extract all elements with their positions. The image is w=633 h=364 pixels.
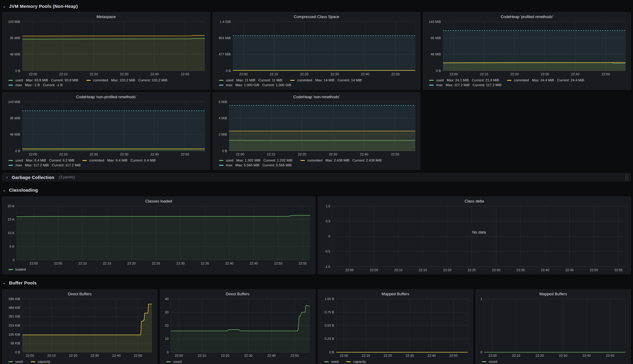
panel-codeheap-profiled-nmethods: CodeHeap 'profiled nmethods' 22:0022:102… — [423, 12, 631, 90]
legend-item-used[interactable]: usedMax: 1.302 MiBCurrent: 1.292 MiB — [219, 158, 293, 162]
legend-item-used[interactable]: used — [8, 360, 23, 363]
legend-item-max[interactable]: maxMax: 5.566 MiBCurrent: 5.566 MiB — [219, 163, 292, 167]
y-tick-label: 48 MiB — [10, 52, 20, 56]
chart-canvas[interactable]: 22:0022:1022:2022:3022:4022:500 B48 MiB9… — [5, 100, 207, 157]
panel-title[interactable]: Direct Buffers — [163, 290, 312, 297]
legend-item-used[interactable]: usedMax: 24.1 MiBCurrent: 21.9 MiB — [429, 78, 499, 82]
legend-item-used[interactable]: used — [324, 360, 339, 363]
x-tick-label: 22:00 — [340, 354, 348, 357]
codeheap-non-nmethods-plot[interactable]: 22:0022:1022:2022:3022:4022:500 B2 MiB4 … — [215, 100, 418, 157]
chart-canvas[interactable]: 22:0022:1022:2022:3022:4022:5001 — [478, 297, 628, 358]
y-tick-label: 20 K — [8, 205, 14, 208]
panel-title[interactable]: Mapped Buffers — [478, 290, 628, 297]
x-tick-label: 22:00 — [450, 72, 458, 76]
legend-max-value: Max: 24.1 MiB — [447, 78, 469, 82]
legend-series-marker — [429, 85, 434, 86]
y-tick-label: 0 — [13, 258, 14, 262]
chart-canvas[interactable]: 22:0022:1022:2022:3022:4022:500 B48 MiB9… — [426, 20, 628, 77]
legend-current-value: Current: 24.4 MiB — [557, 78, 584, 82]
legend-series-marker — [290, 80, 295, 81]
series-fill-max — [233, 36, 415, 71]
series-line-used — [22, 304, 152, 335]
section-title: Classloading — [9, 187, 38, 193]
row-drag-handle-icon[interactable] — [625, 173, 628, 181]
mapped-buffers-count-plot[interactable]: 22:0022:1022:2022:3022:4022:5001 — [478, 297, 628, 358]
legend-item-count[interactable]: count — [166, 360, 182, 363]
mapped-buffers-bytes-plot[interactable]: 22:0022:1022:2022:3022:4022:500 B0.25 B0… — [321, 297, 470, 358]
chart-canvas[interactable]: 22:0022:1022:2022:3022:4022:500 B0.25 B0… — [321, 297, 470, 358]
mapped-buffers-bytes-legend: usedcapacity — [321, 358, 470, 364]
legend-item-count[interactable]: count — [482, 360, 497, 363]
chart-canvas[interactable]: 22:0022:1022:2022:3022:4022:500 B477 MiB… — [215, 20, 418, 77]
x-tick-label: 22:00 — [236, 152, 244, 156]
legend-item-max[interactable]: maxMax: 117.2 MiBCurrent: 117.2 MiB — [429, 83, 501, 87]
direct-buffers-bytes-legend: usedcapacity — [5, 358, 155, 364]
compressed-class-space-plot[interactable]: 22:0022:1022:2022:3022:4022:500 B477 MiB… — [215, 20, 418, 77]
chart-canvas[interactable]: 22:0022:1022:2022:3022:4022:500 B2 MiB4 … — [215, 100, 418, 157]
series-fill-count — [171, 306, 310, 352]
chart-canvas[interactable]: 22:0022:1022:2022:3022:4022:500 B48 MiB9… — [5, 20, 207, 77]
legend-series-name: commited — [297, 78, 312, 82]
legend-item-commited[interactable]: commitedMax: 6.4 MiBCurrent: 6.4 MiB — [82, 158, 156, 162]
legend-item-max[interactable]: maxMax: -1 BCurrent: -1 B — [8, 83, 63, 87]
codeheap-non-profiled-plot[interactable]: 22:0022:1022:2022:3022:4022:500 B48 MiB9… — [5, 100, 207, 157]
x-tick-label: 22:40 — [571, 72, 580, 76]
legend-item-commited[interactable]: commitedMax: 14 MiBCurrent: 14 MiB — [290, 78, 362, 82]
panel-title[interactable]: Mapped Buffers — [321, 290, 470, 297]
codeheap-profiled-plot[interactable]: 22:0022:1022:2022:3022:4022:500 B48 MiB9… — [426, 20, 628, 77]
legend-item-commited[interactable]: commitedMax: 103.2 MiBCurrent: 103.2 MiB — [86, 78, 167, 82]
x-tick-label: 22:50 — [449, 354, 458, 357]
legend-current-value: Current: 117.2 MiB — [52, 163, 81, 167]
panel-row-3: Classes loaded 22:0022:0522:1022:1522:20… — [2, 196, 631, 274]
legend-series-name: capacity — [38, 360, 50, 363]
legend-series-marker — [219, 80, 223, 81]
x-tick-label: 22:10 — [47, 354, 56, 357]
x-tick-label: 22:40 — [112, 354, 121, 357]
legend-item-loaded[interactable]: loaded — [8, 268, 26, 271]
chart-canvas[interactable]: 22:0022:1022:2022:3022:4022:500 B98 KiB1… — [5, 297, 155, 358]
section-row-garbage-collection[interactable]: › Garbage Collection (3 panels) — [2, 173, 631, 181]
y-tick-label: 10 K — [8, 231, 14, 235]
chart-canvas[interactable]: 22:0022:0522:1022:1522:2022:2522:3022:35… — [321, 205, 628, 273]
panel-title[interactable]: Classes loaded — [5, 198, 313, 205]
panel-title[interactable]: Compressed Class Space — [215, 13, 418, 20]
legend-item-max[interactable]: maxMax: 1.000 GiBCurrent: 1.000 GiB — [219, 83, 291, 87]
legend-item-commited[interactable]: commitedMax: 24.4 MiBCurrent: 24.4 MiB — [507, 78, 584, 82]
x-tick-label: 22:10 — [198, 354, 206, 357]
panel-title[interactable]: CodeHeap 'non-nmethods' — [215, 93, 418, 100]
chart-canvas[interactable]: 22:0022:1022:2022:3022:4022:50010203040 — [163, 297, 312, 358]
x-tick-label: 22:50 — [291, 354, 299, 357]
legend-series-marker — [219, 165, 223, 166]
classes-loaded-plot[interactable]: 22:0022:0522:1022:1522:2022:2522:3022:35… — [5, 205, 313, 266]
section-row-jvm-memory-pools[interactable]: ⌄ JVM Memory Pools (Non-Heap) — [2, 2, 631, 10]
codeheap-non-nmethods-legend: usedMax: 1.302 MiBCurrent: 1.292 MiBcomm… — [215, 157, 418, 168]
legend-series-name: max — [15, 163, 22, 167]
panel-title[interactable]: Direct Buffers — [5, 290, 155, 297]
y-tick-label: 98 KiB — [11, 341, 20, 345]
section-row-classloading[interactable]: ⌄ Classloading — [2, 186, 631, 194]
panel-title[interactable]: Metaspace — [5, 13, 207, 20]
y-tick-label: 95 MiB — [10, 36, 20, 40]
x-tick-label: 22:30 — [329, 152, 337, 156]
legend-item-commited[interactable]: commitedMax: 2.438 MiBCurrent: 2.438 MiB — [300, 158, 381, 162]
panel-title[interactable]: CodeHeap 'non-profiled nmethods' — [5, 93, 207, 100]
chevron-down-icon: ⌄ — [2, 4, 6, 8]
legend-item-used[interactable]: usedMax: 6.4 MiBCurrent: 6.2 MiB — [8, 158, 74, 162]
section-row-buffer-pools[interactable]: ⌄ Buffer Pools — [2, 278, 631, 287]
legend-item-capacity[interactable]: capacity — [31, 360, 50, 363]
direct-buffers-bytes-plot[interactable]: 22:0022:1022:2022:3022:4022:500 B98 KiB1… — [5, 297, 155, 358]
panel-title[interactable]: Class delta — [321, 198, 628, 205]
x-tick-label: 22:20 — [511, 72, 519, 76]
metaspace-plot[interactable]: 22:0022:1022:2022:3022:4022:500 B48 MiB9… — [5, 20, 207, 77]
legend-item-used[interactable]: usedMax: 11 MiBCurrent: 11 MiB — [219, 78, 283, 82]
class-delta-plot[interactable]: 22:0022:0522:1022:1522:2022:2522:3022:35… — [321, 205, 628, 273]
panel-title[interactable]: CodeHeap 'profiled nmethods' — [426, 13, 628, 20]
legend-item-capacity[interactable]: capacity — [346, 360, 366, 363]
legend-item-used[interactable]: usedMax: 93.8 MiBCurrent: 93.8 MiB — [8, 78, 78, 82]
direct-buffers-count-plot[interactable]: 22:0022:1022:2022:3022:4022:50010203040 — [163, 297, 312, 358]
x-tick-label: 22:05 — [54, 262, 62, 265]
x-tick-label: 22:20 — [127, 262, 136, 265]
x-tick-label: 22:10 — [59, 72, 68, 76]
legend-item-max[interactable]: maxMax: 117.2 MiBCurrent: 117.2 MiB — [8, 163, 81, 167]
chart-canvas[interactable]: 22:0022:0522:1022:1522:2022:2522:3022:35… — [5, 205, 313, 266]
